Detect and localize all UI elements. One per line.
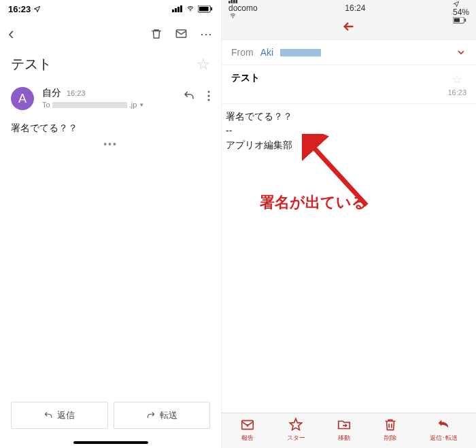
mark-unread-button[interactable] [175, 27, 188, 40]
status-bar-right: docomo 16:24 54% [222, 0, 476, 15]
carrier-label: docomo [228, 3, 258, 13]
delete-tab-button[interactable]: 削除 [383, 417, 398, 443]
more-button[interactable]: ⋯ [200, 27, 213, 41]
report-label: 報告 [241, 434, 254, 443]
body-line2: アプリオ編集部 [226, 138, 472, 152]
bottom-toolbar-right: 報告 スター 移動 削除 返信･転送 [222, 413, 476, 448]
timestamp-right: 16:23 [447, 88, 466, 97]
svg-rect-2 [177, 7, 180, 12]
reply-forward-button[interactable]: 返信･転送 [430, 417, 458, 443]
reply-icon [436, 417, 451, 432]
body-text: 署名でてる？？ [11, 122, 210, 135]
star-label: スター [287, 434, 305, 443]
location-icon [453, 1, 460, 7]
svg-point-10 [208, 95, 210, 97]
status-bar-left: 16:23 [0, 0, 221, 16]
star-tab-button[interactable]: スター [287, 417, 305, 443]
delete-label: 削除 [384, 434, 396, 443]
more-vert-button[interactable] [207, 90, 210, 102]
body-line1: 署名でてる？？ [226, 109, 472, 124]
move-label: 移動 [338, 434, 350, 443]
subject-row: テスト ☆ [0, 51, 221, 84]
sender-row: A 自分 16:23 To .jp ▼ [0, 84, 221, 113]
star-icon [288, 417, 303, 432]
battery-icon [198, 5, 213, 13]
from-row[interactable]: From Aki [222, 39, 476, 65]
svg-point-4 [190, 10, 190, 11]
trash-icon [150, 28, 163, 40]
subject-text: テスト [11, 55, 52, 73]
report-icon [240, 417, 255, 432]
from-email-masked [280, 49, 321, 56]
svg-rect-7 [211, 7, 212, 10]
star-button-right[interactable]: ☆ [447, 72, 466, 87]
toolbar-left: ‹ ⋯ [0, 16, 221, 51]
sender-timestamp: 16:23 [67, 89, 86, 97]
location-icon [33, 5, 41, 13]
status-time-right: 16:24 [345, 3, 365, 13]
subject-text-right: テスト [231, 72, 260, 84]
from-name: Aki [260, 47, 273, 58]
avatar: A [11, 87, 34, 110]
back-button[interactable]: ‹ [8, 23, 14, 44]
reply-label: 返信 [57, 409, 75, 421]
back-button-right[interactable] [228, 19, 469, 34]
svg-rect-3 [180, 5, 182, 12]
report-button[interactable]: 報告 [240, 417, 255, 443]
left-screenshot: 16:23 ‹ ⋯ テスト ☆ A 自分 [0, 0, 222, 448]
more-vert-icon [207, 90, 210, 101]
reply-bar: 返信 転送 [0, 395, 221, 448]
sender-name: 自分 [42, 87, 61, 99]
reply-forward-label: 返信･転送 [430, 434, 458, 443]
to-suffix: .jp [129, 101, 137, 109]
to-label: To [42, 101, 50, 109]
delete-button[interactable] [150, 28, 163, 40]
chevron-down-icon: ▼ [139, 102, 144, 108]
expand-from-button[interactable] [456, 47, 466, 58]
svg-point-9 [208, 91, 210, 93]
forward-icon [146, 411, 156, 420]
move-icon [337, 417, 352, 432]
star-button[interactable]: ☆ [197, 56, 210, 73]
from-label: From [231, 47, 254, 58]
reply-icon-button[interactable] [183, 90, 195, 102]
to-email-masked [52, 102, 127, 108]
signal-icon [172, 5, 183, 12]
right-screenshot: docomo 16:24 54% From Aki テスト ☆ 16:23 署名… [222, 0, 476, 448]
home-indicator[interactable] [73, 441, 148, 444]
svg-rect-6 [199, 6, 209, 10]
forward-button[interactable]: 転送 [114, 402, 211, 429]
trash-icon [383, 417, 398, 432]
svg-point-11 [208, 99, 210, 101]
subject-row-right: テスト ☆ 16:23 [222, 65, 476, 104]
show-trimmed-button[interactable]: ••• [11, 139, 210, 150]
arrow-left-icon [341, 19, 356, 34]
reply-icon [183, 90, 195, 102]
mail-body-right: 署名でてる？？ -- アプリオ編集部 署名が出ている [222, 104, 476, 413]
svg-rect-0 [172, 10, 174, 12]
mail-icon [175, 27, 188, 40]
forward-label: 転送 [160, 409, 177, 421]
body-separator: -- [226, 124, 472, 138]
annotation-text: 署名が出ている [260, 192, 367, 213]
back-row-right [222, 15, 476, 39]
reply-button[interactable]: 返信 [11, 402, 108, 429]
move-button[interactable]: 移動 [337, 417, 352, 443]
sender-info[interactable]: 自分 16:23 To .jp ▼ [42, 87, 175, 109]
reply-icon [44, 411, 53, 420]
chevron-down-icon [456, 47, 466, 58]
svg-rect-1 [175, 8, 177, 12]
status-time: 16:23 [8, 4, 31, 14]
wifi-icon [186, 5, 195, 12]
mail-body-left: 署名でてる？？ ••• [0, 113, 221, 395]
